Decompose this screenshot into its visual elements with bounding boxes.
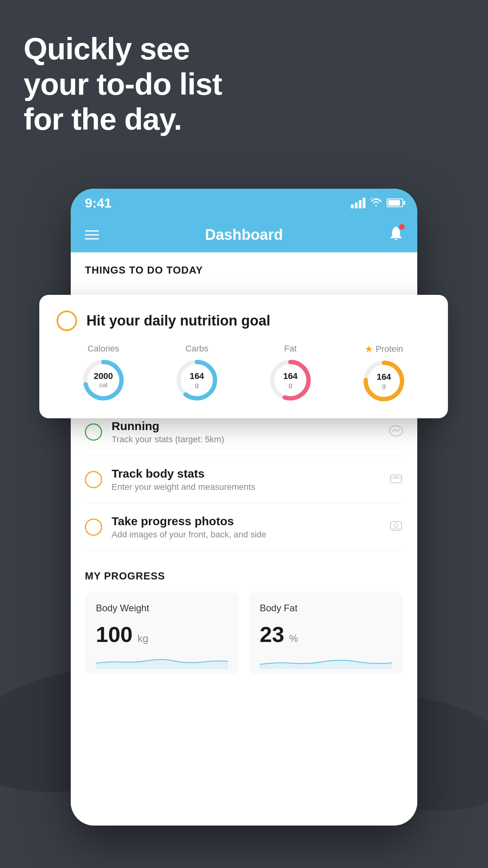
progress-title: MY PROGRESS	[85, 570, 403, 582]
bell-icon[interactable]	[389, 226, 403, 244]
todo-sub-bodystats: Enter your weight and measurements	[112, 482, 380, 492]
star-icon: ★	[365, 344, 373, 355]
progress-cards: Body Weight 100 kg Body Fat	[85, 592, 403, 674]
protein-label: ★ Protein	[365, 344, 403, 355]
running-icon	[389, 425, 403, 440]
progress-section: MY PROGRESS Body Weight 100 kg	[71, 551, 417, 674]
protein-value: 164	[377, 372, 391, 382]
todo-item-photos[interactable]: Take progress photos Add images of your …	[85, 504, 403, 551]
nutrition-card-title: Hit your daily nutrition goal	[86, 313, 270, 329]
body-weight-card: Body Weight 100 kg	[85, 592, 239, 674]
body-fat-chart	[260, 653, 392, 669]
body-weight-unit: kg	[138, 633, 148, 644]
wifi-icon	[370, 197, 382, 209]
signal-icon	[351, 197, 365, 208]
todo-texts-running: Running Track your stats (target: 5km)	[112, 419, 380, 445]
fat-value: 164	[283, 371, 298, 381]
body-weight-value: 100	[96, 622, 132, 647]
carbs-value: 164	[190, 371, 204, 381]
svg-point-5	[394, 523, 398, 527]
todo-sub-running: Track your stats (target: 5km)	[112, 434, 380, 445]
body-fat-title: Body Fat	[260, 603, 392, 614]
nav-title: Dashboard	[205, 226, 283, 243]
calories-label: Calories	[88, 344, 119, 354]
todo-title-photos: Take progress photos	[112, 515, 380, 528]
nutrition-item-calories: Calories 2000 cal	[82, 344, 125, 402]
section-header: THINGS TO DO TODAY	[71, 252, 417, 283]
todo-sub-photos: Add images of your front, back, and side	[112, 530, 380, 540]
headline-line3: for the day.	[24, 102, 222, 137]
scale-icon	[389, 473, 403, 487]
body-fat-value-row: 23 %	[260, 622, 392, 647]
body-fat-unit: %	[289, 633, 298, 644]
status-bar: 9:41	[71, 189, 417, 217]
calories-value: 2000	[94, 371, 113, 381]
status-icons	[351, 197, 403, 209]
phone-mockup: 9:41 Dashboard	[71, 189, 417, 826]
body-weight-title: Body Weight	[96, 603, 228, 614]
protein-unit: g	[377, 382, 391, 390]
battery-icon	[387, 199, 403, 207]
svg-rect-1	[391, 475, 402, 483]
nutrition-row: Calories 2000 cal Carbs	[57, 344, 431, 403]
body-fat-card: Body Fat 23 %	[249, 592, 403, 674]
card-title-row: Hit your daily nutrition goal	[57, 311, 431, 331]
hamburger-menu[interactable]	[85, 230, 99, 239]
calories-unit: cal	[94, 381, 113, 389]
body-weight-chart	[96, 653, 228, 669]
todo-check-running[interactable]	[85, 423, 102, 441]
todo-item-bodystats[interactable]: Track body stats Enter your weight and m…	[85, 456, 403, 504]
todo-title-bodystats: Track body stats	[112, 467, 380, 480]
nutrition-item-carbs: Carbs 164 g	[175, 344, 218, 402]
headline-line2: your to-do list	[24, 67, 222, 102]
fat-donut: 164 g	[269, 359, 312, 402]
status-time: 9:41	[85, 195, 112, 211]
todo-texts-photos: Take progress photos Add images of your …	[112, 515, 380, 540]
carbs-unit: g	[190, 381, 204, 389]
todo-texts-bodystats: Track body stats Enter your weight and m…	[112, 467, 380, 492]
svg-rect-3	[394, 476, 398, 478]
nutrition-check-circle[interactable]	[57, 311, 77, 331]
headline: Quickly see your to-do list for the day.	[24, 31, 222, 137]
todo-check-photos[interactable]	[85, 519, 102, 536]
fat-unit: g	[283, 381, 298, 389]
nutrition-card: Hit your daily nutrition goal Calories 2…	[39, 295, 448, 418]
nav-bar: Dashboard	[71, 217, 417, 252]
carbs-donut: 164 g	[175, 359, 218, 402]
todo-check-bodystats[interactable]	[85, 471, 102, 488]
calories-donut: 2000 cal	[82, 359, 125, 402]
nutrition-item-protein: ★ Protein 164 g	[362, 344, 405, 403]
fat-label: Fat	[284, 344, 297, 354]
body-weight-value-row: 100 kg	[96, 622, 228, 647]
headline-line1: Quickly see	[24, 31, 222, 67]
body-fat-value: 23	[260, 622, 284, 647]
person-icon	[389, 520, 403, 535]
protein-donut: 164 g	[362, 359, 405, 403]
todo-title-running: Running	[112, 419, 380, 433]
nutrition-item-fat: Fat 164 g	[269, 344, 312, 402]
carbs-label: Carbs	[185, 344, 209, 354]
notification-dot	[399, 224, 405, 230]
